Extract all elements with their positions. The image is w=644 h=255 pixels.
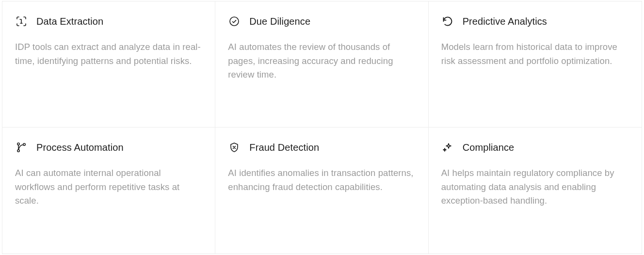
scan-text-icon: [15, 15, 28, 28]
card-header: Process Automation: [15, 141, 202, 154]
card-title: Predictive Analytics: [463, 16, 547, 27]
card-title: Due Diligence: [249, 16, 310, 27]
card-due-diligence: Due Diligence AI automates the review of…: [215, 1, 428, 128]
feature-grid: Data Extraction IDP tools can extract an…: [2, 1, 642, 254]
card-predictive-analytics: Predictive Analytics Models learn from h…: [429, 1, 642, 128]
card-process-automation: Process Automation AI can automate inter…: [2, 128, 215, 254]
card-description: AI identifies anomalies in transaction p…: [228, 166, 415, 194]
card-header: Predictive Analytics: [441, 15, 629, 28]
svg-point-3: [23, 143, 25, 145]
card-data-extraction: Data Extraction IDP tools can extract an…: [2, 1, 215, 128]
git-branch-icon: [15, 141, 28, 154]
shield-x-icon: [228, 141, 241, 154]
card-title: Compliance: [463, 142, 515, 153]
refresh-icon: [441, 15, 454, 28]
svg-point-0: [230, 17, 239, 26]
card-description: Models learn from historical data to imp…: [441, 40, 629, 68]
sparkles-icon: [441, 141, 454, 154]
card-fraud-detection: Fraud Detection AI identifies anomalies …: [215, 128, 428, 254]
card-description: IDP tools can extract and analyze data i…: [15, 40, 202, 68]
card-header: Fraud Detection: [228, 141, 415, 154]
check-circle-icon: [228, 15, 241, 28]
card-description: AI helps maintain regulatory compliance …: [441, 166, 629, 208]
card-description: AI automates the review of thousands of …: [228, 40, 415, 82]
card-title: Data Extraction: [36, 16, 103, 27]
card-header: Due Diligence: [228, 15, 415, 28]
card-header: Data Extraction: [15, 15, 202, 28]
card-header: Compliance: [441, 141, 629, 154]
card-title: Fraud Detection: [249, 142, 319, 153]
card-compliance: Compliance AI helps maintain regulatory …: [429, 128, 642, 254]
card-description: AI can automate internal operational wor…: [15, 166, 202, 208]
card-title: Process Automation: [36, 142, 124, 153]
